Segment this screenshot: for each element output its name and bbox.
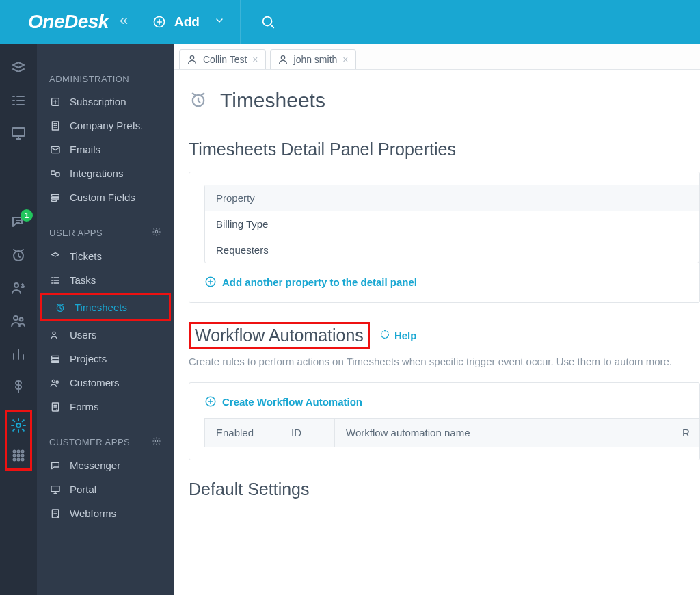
logo: OneDesk <box>28 11 109 33</box>
rail-financials[interactable] <box>10 378 27 395</box>
default-settings-title: Default Settings <box>189 479 700 499</box>
svg-rect-35 <box>51 486 59 491</box>
svg-rect-2 <box>12 128 25 136</box>
col-name: Workflow automation name <box>335 419 671 447</box>
add-button[interactable]: Add <box>137 0 240 44</box>
sidebar-item-customers[interactable]: Customers <box>37 371 174 395</box>
svg-point-15 <box>18 459 20 461</box>
svg-rect-20 <box>51 171 55 174</box>
sidebar-item-timesheets[interactable]: Timesheets <box>42 295 169 319</box>
section-label: USER APPS <box>49 228 103 238</box>
svg-point-7 <box>16 423 21 427</box>
col-r: R <box>671 419 699 447</box>
sidebar-item-timesheets-highlight: Timesheets <box>40 293 171 321</box>
sidebar-item-integrations[interactable]: Integrations <box>37 161 174 185</box>
col-enabled: Enabled <box>205 419 280 447</box>
sidebar-item-label: Forms <box>70 401 99 412</box>
sidebar-collapse-toggle[interactable] <box>118 15 130 29</box>
sidebar-item-projects[interactable]: Projects <box>37 347 174 371</box>
svg-point-4 <box>14 283 18 287</box>
workflow-table: Enabled ID Workflow automation name R <box>204 418 699 447</box>
page-title: Timesheets <box>220 89 325 112</box>
sidebar-item-messenger[interactable]: Messenger <box>37 453 174 477</box>
chat-badge: 1 <box>21 209 33 222</box>
rail-apps-grid[interactable] <box>10 447 27 464</box>
gear-icon[interactable] <box>152 436 161 448</box>
gear-icon[interactable] <box>152 227 161 239</box>
sidebar-item-label: Integrations <box>70 168 123 179</box>
svg-rect-21 <box>56 172 59 176</box>
alarm-clock-icon <box>189 90 208 111</box>
people-icon <box>10 313 27 329</box>
sidebar-item-custom-fields[interactable]: Custom Fields <box>37 185 174 209</box>
svg-rect-18 <box>52 122 58 130</box>
add-label: Add <box>174 14 200 29</box>
avatar-icon <box>187 54 198 65</box>
rail-chat[interactable]: 1 <box>10 213 27 231</box>
property-row[interactable]: Billing Type <box>205 211 699 237</box>
svg-rect-23 <box>52 197 59 199</box>
sidebar-item-tasks[interactable]: Tasks <box>37 268 174 292</box>
top-bar: OneDesk Add <box>0 0 700 44</box>
rail-display[interactable] <box>10 124 27 142</box>
sidebar-item-subscription[interactable]: Subscription <box>37 90 174 114</box>
form-icon <box>49 508 62 519</box>
tab-user[interactable]: Collin Test × <box>179 49 266 69</box>
tab-user[interactable]: john smith × <box>270 49 356 69</box>
sidebar-item-label: Projects <box>70 353 107 365</box>
section-label: CUSTOMER APPS <box>49 437 130 447</box>
rail-settings[interactable] <box>10 416 27 434</box>
sidebar-item-users[interactable]: Users <box>37 323 174 347</box>
icon-rail: 1 <box>0 44 37 595</box>
gear-icon <box>10 417 27 434</box>
rail-tickets[interactable] <box>10 59 27 77</box>
add-property-link[interactable]: Add another property to the detail panel <box>204 276 417 288</box>
sidebar-item-portal[interactable]: Portal <box>37 477 174 501</box>
rail-users-billing[interactable] <box>10 279 27 297</box>
property-header: Property <box>205 185 699 211</box>
col-id: ID <box>280 419 335 447</box>
sidebar-item-emails[interactable]: Emails <box>37 137 174 161</box>
list-icon <box>49 275 62 286</box>
sidebar-item-label: Portal <box>70 484 96 495</box>
alarm-clock-icon <box>54 302 66 313</box>
sidebar-item-label: Webforms <box>70 507 116 519</box>
rail-analytics[interactable] <box>10 345 27 362</box>
rail-tasks[interactable] <box>10 92 27 109</box>
sidebar-item-label: Tasks <box>70 274 96 286</box>
sidebar-item-webforms[interactable]: Webforms <box>37 501 174 525</box>
mail-icon <box>49 144 62 155</box>
chevron-down-icon <box>214 14 225 29</box>
svg-point-6 <box>20 318 23 321</box>
sidebar-item-tickets[interactable]: Tickets <box>37 244 174 268</box>
list-icon <box>10 92 27 109</box>
rail-customers[interactable] <box>10 312 27 330</box>
workflow-title-highlight: Workflow Automations <box>189 322 370 349</box>
building-icon <box>49 120 62 131</box>
property-row[interactable]: Requesters <box>205 237 699 263</box>
sidebar-item-label: Tickets <box>70 250 102 262</box>
detail-properties-panel: Property Billing Type Requesters Add ano… <box>189 172 700 303</box>
close-icon[interactable]: × <box>252 54 258 65</box>
tab-label: Collin Test <box>203 54 247 65</box>
ticket-icon <box>10 60 27 76</box>
workflow-table-head: Enabled ID Workflow automation name R <box>204 418 699 447</box>
rail-timesheets[interactable] <box>10 246 27 264</box>
sidebar-item-label: Timesheets <box>75 302 127 313</box>
section-header-admin: ADMINISTRATION <box>37 68 174 90</box>
sidebar-item-company-prefs[interactable]: Company Prefs. <box>37 114 174 137</box>
sidebar-item-forms[interactable]: Forms <box>37 395 174 419</box>
search-button[interactable] <box>241 0 295 44</box>
help-link[interactable]: Help <box>379 329 417 342</box>
workflow-subtext: Create rules to perform actions on Times… <box>189 354 700 369</box>
users-icon <box>49 330 62 341</box>
svg-point-16 <box>22 459 24 461</box>
form-icon <box>49 401 62 412</box>
section-header-customer-apps: CUSTOMER APPS <box>37 431 174 453</box>
close-icon[interactable]: × <box>342 54 348 65</box>
content-scroll[interactable]: Timesheets Timesheets Detail Panel Prope… <box>174 70 700 595</box>
create-workflow-link[interactable]: Create Workflow Automation <box>204 395 362 408</box>
svg-point-34 <box>155 440 158 442</box>
svg-point-25 <box>155 230 158 233</box>
page-title-row: Timesheets <box>189 83 700 133</box>
